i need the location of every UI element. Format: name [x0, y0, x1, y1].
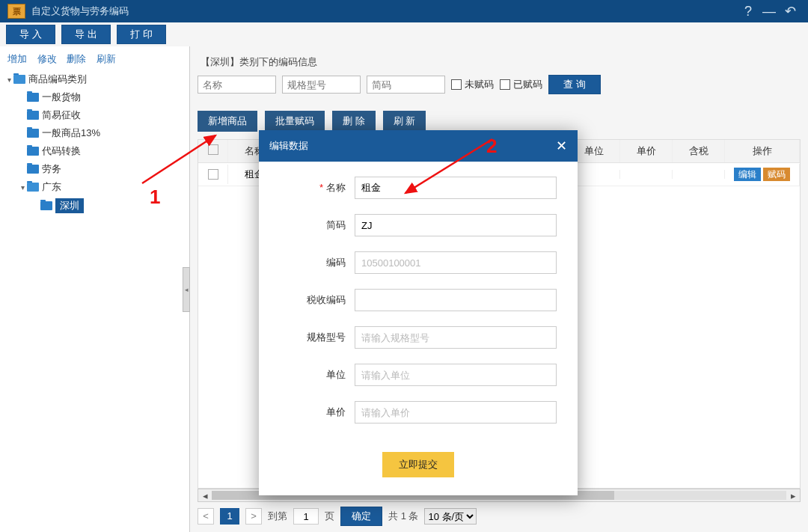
input-code — [355, 251, 557, 274]
add-product-button[interactable]: 新增商品 — [198, 111, 257, 132]
filter-bar: 未赋码 已赋码 查 询 — [198, 75, 801, 94]
label-short: 简码 — [280, 218, 355, 232]
submit-button[interactable]: 立即提交 — [382, 452, 454, 477]
export-button[interactable]: 导 出 — [61, 25, 111, 44]
tree-item-label: 深圳 — [55, 198, 84, 213]
tree-root-label: 商品编码类别 — [28, 73, 87, 86]
input-short[interactable] — [355, 214, 557, 236]
refresh-button[interactable]: 刷 新 — [383, 111, 426, 132]
chk-label: 未赋码 — [465, 78, 494, 91]
filter-spec-input[interactable] — [282, 76, 361, 94]
sidebar: 增加 修改 删除 刷新 ▾ 商品编码类别 一般货物 简易征收 一般商品13% 代… — [0, 46, 190, 532]
edit-data-modal: 编辑数据 ✕ *名称 简码 编码 税收编码 规格型号 单位 单价 — [259, 130, 578, 495]
filter-short-input[interactable] — [367, 76, 445, 94]
sidebar-refresh-link[interactable]: 刷新 — [97, 53, 116, 64]
sidebar-collapse-handle[interactable]: ◂ — [183, 267, 190, 312]
chk-assigned[interactable]: 已赋码 — [500, 78, 542, 91]
window-title: 自定义货物与劳务编码 — [31, 4, 129, 18]
input-price[interactable] — [355, 401, 557, 424]
input-taxcode[interactable] — [355, 289, 557, 311]
close-icon[interactable]: ✕ — [556, 138, 567, 154]
modal-header: 编辑数据 ✕ — [259, 130, 578, 162]
print-button[interactable]: 打 印 — [117, 25, 166, 44]
goto-page-input[interactable] — [293, 508, 319, 525]
folder-icon — [13, 75, 25, 84]
import-button[interactable]: 导 入 — [6, 25, 55, 44]
input-spec[interactable] — [355, 326, 557, 349]
label-unit: 单位 — [280, 368, 355, 382]
label-taxcode: 税收编码 — [280, 293, 355, 307]
delete-button[interactable]: 删 除 — [332, 111, 376, 132]
sidebar-modify-link[interactable]: 修改 — [37, 53, 57, 64]
tree-item-shenzhen[interactable]: 深圳 — [31, 196, 185, 215]
back-icon[interactable]: ↶ — [780, 3, 801, 19]
label-code: 编码 — [280, 256, 355, 269]
sidebar-delete-link[interactable]: 删除 — [67, 53, 86, 64]
row-code-button[interactable]: 赋码 — [763, 168, 790, 181]
input-name[interactable] — [355, 177, 557, 199]
tree-item-label: 简易征收 — [42, 108, 81, 122]
folder-icon — [27, 129, 39, 138]
folder-icon — [27, 111, 39, 120]
minimize-icon[interactable]: — — [759, 4, 780, 19]
checkbox-icon — [500, 79, 510, 90]
page-next-button[interactable]: > — [245, 508, 262, 525]
help-icon[interactable]: ? — [738, 4, 759, 19]
folder-icon — [40, 201, 52, 210]
action-bar: 新增商品 批量赋码 删 除 刷 新 — [198, 111, 801, 132]
tree-item-label: 广东 — [42, 180, 61, 194]
label-price: 单价 — [280, 406, 355, 419]
tree-item-label: 代码转换 — [42, 144, 81, 158]
batch-code-button[interactable]: 批量赋码 — [265, 111, 325, 132]
query-button[interactable]: 查 询 — [548, 75, 601, 94]
caret-down-icon: ▾ — [4, 76, 13, 84]
tree-item-service[interactable]: 劳务 — [18, 160, 185, 178]
total-label: 共 1 条 — [388, 510, 418, 523]
page-current: 1 — [220, 508, 239, 525]
page-size-select[interactable]: 10 条/页 — [424, 508, 477, 525]
tree-item-general-13[interactable]: 一般商品13% — [18, 124, 185, 142]
select-all-checkbox[interactable] — [208, 144, 218, 155]
page-unit-label: 页 — [325, 510, 334, 523]
folder-icon — [27, 183, 39, 192]
row-checkbox[interactable] — [208, 169, 218, 180]
tree-item-label: 一般货物 — [42, 91, 81, 104]
sidebar-actions: 增加 修改 删除 刷新 — [4, 49, 185, 70]
tree-item-label: 一般商品13% — [42, 126, 100, 140]
tree-item-general-goods[interactable]: 一般货物 — [18, 88, 185, 106]
modal-title: 编辑数据 — [269, 139, 556, 153]
tree-item-guangdong[interactable]: ▾广东 — [18, 178, 185, 196]
filter-name-input[interactable] — [198, 76, 276, 94]
th-op: 操作 — [725, 140, 800, 162]
caret-down-icon: ▾ — [18, 183, 27, 192]
pagination: < 1 > 到第 页 确定 共 1 条 10 条/页 — [198, 502, 801, 526]
top-toolbar: 导 入 导 出 打 印 — [0, 22, 808, 46]
chk-label: 已赋码 — [513, 78, 542, 91]
scroll-left-icon[interactable]: ◂ — [198, 490, 212, 501]
tree-item-simple-levy[interactable]: 简易征收 — [18, 106, 185, 124]
label-name: 名称 — [326, 182, 346, 193]
goto-confirm-button[interactable]: 确定 — [340, 507, 382, 526]
folder-icon — [27, 147, 39, 156]
page-prev-button[interactable]: < — [198, 508, 214, 525]
sidebar-add-link[interactable]: 增加 — [7, 53, 27, 64]
section-title: 【深圳】类别下的编码信息 — [198, 52, 801, 75]
tree-item-label: 劳务 — [42, 162, 61, 176]
window-titlebar: 票 自定义货物与劳务编码 ? — ↶ — [0, 0, 808, 22]
chk-unassigned[interactable]: 未赋码 — [451, 78, 494, 91]
category-tree: ▾ 商品编码类别 一般货物 简易征收 一般商品13% 代码转换 劳务 ▾广东 深… — [4, 70, 185, 215]
app-logo: 票 — [7, 4, 25, 19]
goto-label: 到第 — [268, 510, 287, 523]
tree-item-code-convert[interactable]: 代码转换 — [18, 142, 185, 160]
checkbox-icon — [451, 79, 462, 90]
tree-root[interactable]: ▾ 商品编码类别 — [4, 70, 185, 88]
folder-icon — [27, 165, 39, 174]
th-price: 单价 — [620, 140, 673, 162]
label-spec: 规格型号 — [280, 331, 355, 344]
row-edit-button[interactable]: 编辑 — [734, 168, 761, 181]
folder-icon — [27, 93, 39, 102]
scroll-right-icon[interactable]: ▸ — [786, 490, 800, 501]
input-unit[interactable] — [355, 364, 557, 386]
th-tax: 含税 — [673, 140, 725, 162]
